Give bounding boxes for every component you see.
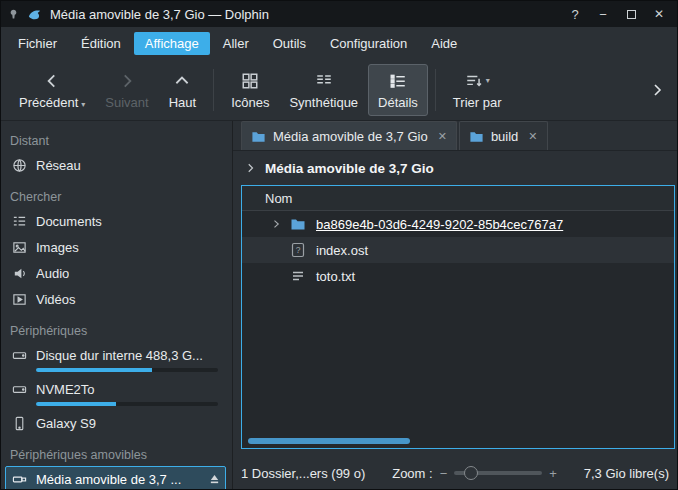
capacity-bar: [36, 368, 218, 372]
caret-down-icon: ▾: [81, 100, 85, 110]
pin-icon[interactable]: [7, 8, 20, 21]
harddrive-icon: [12, 348, 27, 363]
horizontal-scrollbar[interactable]: [246, 438, 670, 445]
image-icon: [12, 240, 27, 255]
content-area: Distant Réseau Chercher Documents: [1, 121, 677, 489]
details-view-icon: [389, 70, 407, 92]
folder-icon: [251, 129, 266, 144]
slider-handle[interactable]: [464, 466, 478, 480]
folder-icon: [469, 129, 484, 144]
document-icon: [12, 214, 27, 229]
file-row-folder[interactable]: ba869e4b-03d6-4249-9202-85b4cec767a7: [242, 211, 674, 237]
column-header-label: Nom: [265, 191, 292, 206]
sidebar-item-videos[interactable]: Vidéos: [5, 286, 226, 312]
sidebar-item-disque-dur[interactable]: Disque dur interne 488,3 G...: [5, 342, 226, 368]
menu-bar: Fichier Édition Affichage Aller Outils C…: [1, 27, 677, 59]
details-view-button[interactable]: Détails: [368, 64, 428, 116]
maximize-button[interactable]: [619, 4, 643, 24]
file-name[interactable]: ba869e4b-03d6-4249-9202-85b4cec767a7: [314, 217, 563, 232]
places-section-chercher: Chercher: [5, 185, 226, 208]
dolphin-window: Média amovible de 3,7 Gio — Dolphin ? − …: [0, 0, 678, 490]
file-row-index-ost[interactable]: ? index.ost: [242, 237, 674, 263]
zoom-out-icon[interactable]: −: [440, 466, 448, 481]
toolbar-overflow-button[interactable]: [645, 82, 669, 98]
places-section-distant: Distant: [5, 129, 226, 152]
main-view: Média amovible de 3,7 Gio ✕ build ✕ Médi…: [233, 121, 677, 489]
free-space-label: 7,3 Gio libre(s): [584, 466, 669, 481]
sidebar-item-label: Vidéos: [36, 292, 76, 307]
video-icon: [12, 292, 27, 307]
sidebar-item-label: Documents: [36, 214, 102, 229]
sidebar-device-internal-disk[interactable]: Disque dur interne 488,3 G...: [5, 342, 226, 372]
sidebar-item-label: Réseau: [36, 158, 81, 173]
menu-affichage[interactable]: Affichage: [134, 32, 210, 55]
file-name[interactable]: index.ost: [314, 243, 368, 258]
harddrive-icon: [12, 382, 27, 397]
sidebar-item-label: Galaxy S9: [36, 416, 96, 431]
breadcrumb[interactable]: Média amovible de 3,7 Gio: [233, 151, 677, 185]
compact-view-icon: [315, 70, 333, 92]
tab-bar: Média amovible de 3,7 Gio ✕ build ✕: [233, 121, 677, 151]
menu-outils[interactable]: Outils: [262, 32, 317, 55]
zoom-in-icon[interactable]: +: [549, 466, 557, 481]
smartphone-icon: [12, 416, 27, 431]
file-row-toto-txt[interactable]: toto.txt: [242, 263, 674, 289]
sidebar-device-nvme[interactable]: NVME2To: [5, 376, 226, 406]
file-view[interactable]: Nom ba869e4b-03d6-4249-9202-85b4cec767a7…: [241, 185, 675, 449]
toolbar-separator: [213, 69, 214, 111]
back-button[interactable]: Précédent▾: [9, 64, 95, 116]
zoom-control: Zoom : − +: [392, 466, 557, 481]
help-button[interactable]: ?: [563, 4, 587, 24]
tab-label: Média amovible de 3,7 Gio: [273, 129, 428, 144]
folder-icon: [290, 216, 314, 232]
menu-aide[interactable]: Aide: [420, 32, 468, 55]
tab-build[interactable]: build ✕: [459, 121, 548, 150]
menu-edition[interactable]: Édition: [70, 32, 132, 55]
menu-fichier[interactable]: Fichier: [7, 32, 68, 55]
up-button[interactable]: Haut: [159, 64, 206, 116]
compact-view-button[interactable]: Synthétique: [279, 64, 368, 116]
sort-label: Trier par: [453, 95, 502, 110]
dolphin-app-icon: [27, 7, 42, 22]
chevron-right-icon: [118, 70, 136, 92]
menu-configuration[interactable]: Configuration: [319, 32, 418, 55]
tab-close-icon[interactable]: ✕: [525, 130, 537, 143]
details-label: Détails: [378, 95, 418, 110]
sidebar-item-media-amovible[interactable]: Média amovible de 3,7 ...: [5, 466, 226, 489]
sidebar-item-images[interactable]: Images: [5, 234, 226, 260]
file-name[interactable]: toto.txt: [314, 269, 355, 284]
unknown-file-icon: ?: [290, 242, 314, 258]
sidebar-item-label: Disque dur interne 488,3 G...: [36, 348, 203, 363]
selection-summary: 1 Dossier,...ers (99 o): [241, 466, 365, 481]
eject-button[interactable]: [208, 473, 221, 486]
sort-by-button[interactable]: ▾ Trier par: [443, 64, 512, 116]
minimize-button[interactable]: −: [591, 4, 615, 24]
icons-view-button[interactable]: Icônes: [221, 64, 279, 116]
places-panel: Distant Réseau Chercher Documents: [1, 121, 233, 489]
tab-close-icon[interactable]: ✕: [435, 130, 447, 143]
expand-chevron-icon[interactable]: [270, 218, 290, 230]
column-header-nom[interactable]: Nom: [242, 186, 674, 211]
forward-label: Suivant: [105, 95, 148, 110]
tab-media-amovible[interactable]: Média amovible de 3,7 Gio ✕: [241, 121, 457, 150]
close-button[interactable]: ✕: [647, 4, 671, 24]
forward-button[interactable]: Suivant: [95, 64, 158, 116]
sidebar-item-galaxy-s9[interactable]: Galaxy S9: [5, 410, 226, 436]
toolbar-separator: [435, 69, 436, 111]
chevron-up-icon: [173, 70, 191, 92]
zoom-slider[interactable]: [454, 466, 542, 480]
sidebar-item-label: NVME2To: [36, 382, 95, 397]
breadcrumb-current[interactable]: Média amovible de 3,7 Gio: [265, 161, 434, 176]
chevron-right-icon: [649, 82, 665, 98]
sidebar-item-nvme2to[interactable]: NVME2To: [5, 376, 226, 402]
grid-view-icon: [241, 70, 259, 92]
scrollbar-thumb[interactable]: [248, 438, 410, 444]
sidebar-item-reseau[interactable]: Réseau: [5, 152, 226, 178]
chevron-right-icon: [245, 162, 257, 174]
network-icon: [12, 158, 27, 173]
sidebar-item-audio[interactable]: Audio: [5, 260, 226, 286]
caret-down-icon: ▾: [486, 76, 490, 86]
sidebar-item-documents[interactable]: Documents: [5, 208, 226, 234]
titlebar[interactable]: Média amovible de 3,7 Gio — Dolphin ? − …: [1, 1, 677, 27]
menu-aller[interactable]: Aller: [212, 32, 260, 55]
